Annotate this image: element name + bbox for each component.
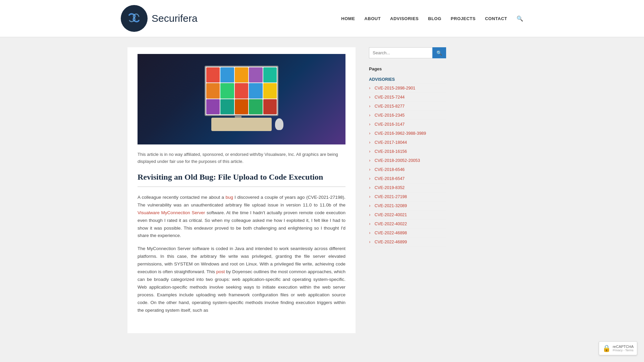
cve-2018-16156-link[interactable]: CVE-2018-16156	[372, 149, 407, 154]
nav-home[interactable]: HOME	[341, 16, 355, 21]
search-widget: 🔍	[369, 47, 446, 58]
cve-2018-6546-link[interactable]: CVE-2018-6546	[372, 167, 405, 172]
sidebar: 🔍 Pages ADVISORIES CVE-2015-2898-2901 CV…	[369, 47, 446, 333]
list-item: CVE-2021-27198	[369, 192, 446, 201]
pages-heading: Pages	[369, 66, 446, 71]
cve-2016-3962-link[interactable]: CVE-2016-3962-3988-3989	[372, 131, 426, 136]
search-button[interactable]: 🔍	[432, 47, 446, 58]
cve-2022-46899-link[interactable]: CVE-2022-46899	[372, 240, 407, 244]
list-item: CVE-2021-32089	[369, 201, 446, 210]
link-visualware[interactable]: Visualware MyConnection Server	[138, 210, 205, 215]
logo-circle	[121, 5, 148, 32]
search-icon[interactable]: 🔍	[517, 15, 523, 22]
nav-contact[interactable]: CONTACT	[485, 16, 507, 21]
logo-text: Securifera	[152, 13, 198, 24]
cve-2016-3147-link[interactable]: CVE-2016-3147	[372, 122, 405, 127]
pages-list: ADVISORIES CVE-2015-2898-2901 CVE-2015-7…	[369, 75, 446, 247]
nav-about[interactable]: ABOUT	[364, 16, 381, 21]
list-item: CVE-2015-7244	[369, 93, 446, 102]
list-item: CVE-2018-16156	[369, 147, 446, 156]
list-item: CVE-2015-8277	[369, 102, 446, 111]
list-item: CVE-2017-18044	[369, 138, 446, 147]
nav-advisories[interactable]: ADVISORIES	[390, 16, 419, 21]
cve-2019-8352-link[interactable]: CVE-2019-8352	[372, 185, 405, 190]
recaptcha-badge: 🔒 reCAPTCHA Privacy - Terms	[599, 341, 637, 343]
list-item: CVE-2018-6547	[369, 174, 446, 183]
list-item: CVE-2022-40022	[369, 220, 446, 229]
list-item: CVE-2018-6546	[369, 165, 446, 174]
link-post[interactable]: post	[216, 269, 225, 274]
search-submit-icon: 🔍	[436, 50, 442, 56]
article-title: Revisiting an Old Bug: File Upload to Co…	[138, 172, 345, 187]
nav-projects[interactable]: PROJECTS	[451, 16, 476, 21]
page-wrapper: This article is in no way affiliated, sp…	[121, 37, 523, 343]
article-body: A colleague recently contacted me about …	[138, 194, 345, 314]
main-nav: HOME ABOUT ADVISORIES BLOG PROJECTS CONT…	[341, 15, 523, 22]
nav-blog[interactable]: BLOG	[428, 16, 441, 21]
logo-link[interactable]: Securifera	[121, 5, 198, 32]
list-item: CVE-2022-40021	[369, 210, 446, 220]
featured-image	[138, 54, 345, 144]
main-content: This article is in no way affiliated, sp…	[127, 47, 356, 333]
article-paragraph-1: A colleague recently contacted me about …	[138, 194, 345, 240]
search-input[interactable]	[369, 47, 432, 58]
list-item: CVE-2022-46898	[369, 229, 446, 238]
pages-section: Pages ADVISORIES CVE-2015-2898-2901 CVE-…	[369, 66, 446, 247]
list-item: ADVISORIES	[369, 75, 446, 84]
list-item: CVE-2018-20052-20053	[369, 156, 446, 165]
cve-2022-40021-link[interactable]: CVE-2022-40021	[372, 213, 407, 217]
list-item: CVE-2016-2345	[369, 111, 446, 120]
cve-2016-2345-link[interactable]: CVE-2016-2345	[372, 113, 405, 118]
list-item: CVE-2022-46899	[369, 238, 446, 247]
article-paragraph-2: The MyConnection Server software is code…	[138, 245, 345, 314]
cve-2022-46898-link[interactable]: CVE-2022-46898	[372, 231, 407, 235]
list-item: CVE-2016-3962-3988-3989	[369, 129, 446, 138]
link-bug[interactable]: bug	[225, 195, 233, 200]
cve-2015-7244-link[interactable]: CVE-2015-7244	[372, 95, 405, 100]
cve-2018-6547-link[interactable]: CVE-2018-6547	[372, 176, 405, 181]
monitor-illustration	[191, 66, 292, 133]
cve-2015-2898-link[interactable]: CVE-2015-2898-2901	[372, 86, 416, 90]
cve-2021-27198-link[interactable]: CVE-2021-27198	[372, 194, 407, 199]
advisories-link[interactable]: ADVISORIES	[369, 77, 395, 82]
cve-2022-40022-link[interactable]: CVE-2022-40022	[372, 222, 407, 226]
list-item: CVE-2019-8352	[369, 183, 446, 192]
header: Securifera HOME ABOUT ADVISORIES BLOG PR…	[0, 0, 644, 37]
cve-2021-32089-link[interactable]: CVE-2021-32089	[372, 203, 407, 208]
list-item: CVE-2016-3147	[369, 120, 446, 129]
cve-2018-20052-link[interactable]: CVE-2018-20052-20053	[372, 158, 420, 163]
cve-2015-8277-link[interactable]: CVE-2015-8277	[372, 104, 405, 109]
cve-2017-18044-link[interactable]: CVE-2017-18044	[372, 140, 407, 145]
disclaimer: This article is in no way affiliated, sp…	[138, 151, 345, 165]
list-item: CVE-2015-2898-2901	[369, 84, 446, 93]
